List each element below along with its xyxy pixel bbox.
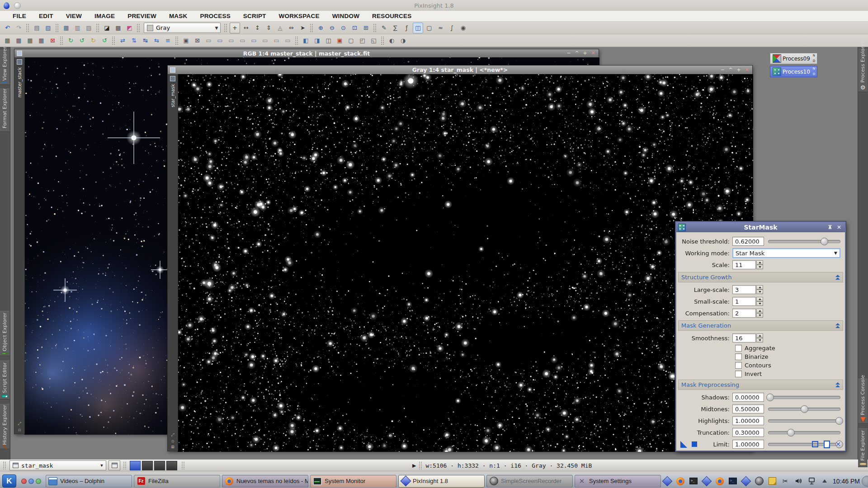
select-all-icon[interactable]: ▣: [181, 35, 191, 46]
drag-handle[interactable]: [123, 461, 127, 469]
screen-1-icon[interactable]: ◧: [301, 35, 311, 46]
zoom-1-1-icon[interactable]: ⊙: [338, 23, 349, 33]
center-view-icon[interactable]: ↕: [252, 23, 263, 33]
smoothness-input[interactable]: 16: [732, 333, 756, 343]
large-scale-spinner[interactable]: [756, 285, 763, 294]
scale-input[interactable]: 11: [732, 260, 756, 269]
process-undo-icon[interactable]: ↺: [77, 35, 87, 46]
shade-button[interactable]: ^: [574, 51, 580, 56]
thumb-8-icon[interactable]: ▭: [283, 35, 293, 46]
aggregate-checkbox[interactable]: [735, 345, 742, 352]
truncation-slider-thumb[interactable]: [787, 429, 795, 436]
tray-firefox[interactable]: [676, 477, 685, 486]
zoom-preset-4-button[interactable]: [166, 461, 177, 470]
midtones-input[interactable]: 0.50000: [732, 404, 764, 413]
iconize-button[interactable]: −: [566, 51, 571, 56]
align-icon[interactable]: ≡: [163, 35, 173, 46]
noise-threshold-slider-thumb[interactable]: [821, 238, 828, 245]
highlights-slider-thumb[interactable]: [835, 417, 843, 425]
screen-4-icon[interactable]: ▣: [335, 35, 345, 46]
process-run-icon[interactable]: ↻: [66, 35, 76, 46]
section-header-structure-growth[interactable]: Structure Growth: [678, 272, 843, 282]
sidebar-tab-script-editor[interactable]: Script Editor: [0, 361, 9, 399]
process-repeat-icon[interactable]: ↺: [99, 35, 110, 46]
sidebar-tab-view-explorer[interactable]: View Explorer: [0, 50, 9, 85]
screen-2-icon[interactable]: ◨: [312, 35, 322, 46]
workspace-3-icon[interactable]: ▦: [25, 35, 35, 46]
small-scale-spinner[interactable]: [756, 297, 763, 306]
screen-7-icon[interactable]: ◱: [368, 35, 379, 46]
thumb-6-icon[interactable]: ▭: [260, 35, 270, 46]
pager-dot-1[interactable]: [21, 479, 27, 484]
task-system-settings[interactable]: ✕System Settings: [575, 475, 661, 488]
tray-screen-recorder[interactable]: [755, 477, 764, 486]
drag-handle[interactable]: [419, 461, 423, 469]
spin-down-icon[interactable]: [756, 313, 763, 318]
probe-icon[interactable]: ◉: [458, 23, 468, 33]
zoom-preset-2-button[interactable]: [142, 461, 153, 470]
zoom-tool-icon[interactable]: ⤢: [171, 432, 175, 437]
process-redo-icon[interactable]: ↻: [88, 35, 99, 46]
fit-view-icon[interactable]: ⇕: [264, 23, 274, 33]
undo-icon[interactable]: ↶: [2, 23, 13, 33]
stf-edit-icon[interactable]: ◪: [102, 23, 112, 33]
sidebar-tab-file-explorer[interactable]: File Explorer: [858, 428, 868, 467]
menu-process[interactable]: PROCESS: [193, 11, 236, 21]
spin-up-icon[interactable]: [756, 297, 763, 301]
section-header-mask-generation[interactable]: Mask Generation: [678, 320, 843, 331]
shade-button[interactable]: ^: [728, 67, 733, 73]
noise-threshold-input[interactable]: 0.62000: [732, 237, 764, 246]
thumb-5-icon[interactable]: ▭: [249, 35, 259, 46]
histogram-icon[interactable]: ≈: [435, 23, 446, 33]
new-project-icon[interactable]: ▧: [43, 23, 53, 33]
working-mode-select[interactable]: Star Mask▼: [732, 248, 840, 258]
spin-up-icon[interactable]: [756, 309, 763, 313]
clock[interactable]: 10:46 PM: [833, 478, 860, 485]
small-scale-input[interactable]: 1: [732, 297, 756, 306]
rotate-icon[interactable]: ↹: [140, 35, 151, 46]
curves-icon[interactable]: ∫: [447, 23, 457, 33]
browse-documentation-icon[interactable]: [824, 441, 830, 448]
compensation-spinner[interactable]: [756, 309, 763, 318]
thumb-4-icon[interactable]: ▭: [237, 35, 248, 46]
panel-cashew-icon[interactable]: [862, 476, 868, 487]
tray-tray-expand[interactable]: [820, 477, 829, 486]
select-tool-icon[interactable]: ▫: [18, 427, 21, 432]
mask-toggle-icon[interactable]: ◫: [413, 23, 423, 33]
invert-checkbox[interactable]: [735, 371, 742, 377]
menu-resources[interactable]: RESOURCES: [366, 11, 418, 21]
dialog-close-icon[interactable]: ✕: [837, 224, 841, 230]
select-tool-icon[interactable]: ▫: [171, 439, 175, 443]
screen-6-icon[interactable]: ◰: [357, 35, 368, 46]
close-button[interactable]: ✕: [590, 51, 596, 56]
shadows-slider-thumb[interactable]: [766, 394, 774, 401]
drag-mode-icon[interactable]: ⇔: [286, 23, 297, 33]
sidebar-tab-format-explorer[interactable]: Format Explorer: [0, 89, 9, 132]
play-icon[interactable]: ▶: [412, 463, 416, 469]
stf-color-icon[interactable]: ◩: [124, 23, 135, 33]
task-videos-dolphin[interactable]: Videos – Dolphin: [46, 475, 132, 488]
pixel-math-icon[interactable]: ∑: [390, 23, 401, 33]
redo-icon[interactable]: ↷: [14, 23, 24, 33]
dynamic-ops-icon[interactable]: ◬: [275, 23, 285, 33]
spin-down-icon[interactable]: [756, 338, 763, 343]
stf-gray-icon[interactable]: ▩: [113, 23, 123, 33]
menu-file[interactable]: FILE: [6, 11, 33, 21]
menu-mask[interactable]: MASK: [163, 11, 194, 21]
shadows-slider[interactable]: [768, 396, 840, 399]
collapse-section-icon[interactable]: [835, 323, 840, 328]
readout-mode-icon[interactable]: +: [230, 23, 240, 33]
sidebar-tab-process-explorer[interactable]: Process Explorer⚙: [858, 49, 868, 92]
real-time-preview-icon[interactable]: [812, 441, 818, 447]
spin-down-icon[interactable]: [756, 290, 763, 294]
thumb-3-icon[interactable]: ▭: [226, 35, 236, 46]
star-mask-titlebar[interactable]: Gray 1:4 star_mask | <*new*> − ^ + ✕: [168, 66, 752, 75]
truncation-input[interactable]: 0.30000: [732, 428, 764, 437]
workspace-1-icon[interactable]: ▦: [2, 35, 13, 46]
view-selector-icon[interactable]: [170, 76, 175, 81]
drag-handle[interactable]: [3, 461, 7, 469]
view-selector-icon[interactable]: [17, 59, 22, 65]
tray-pixinsight-diamond[interactable]: [702, 477, 711, 486]
tray-konsole-dark[interactable]: >_: [728, 477, 737, 486]
shadows-input[interactable]: 0.00000: [732, 393, 764, 402]
